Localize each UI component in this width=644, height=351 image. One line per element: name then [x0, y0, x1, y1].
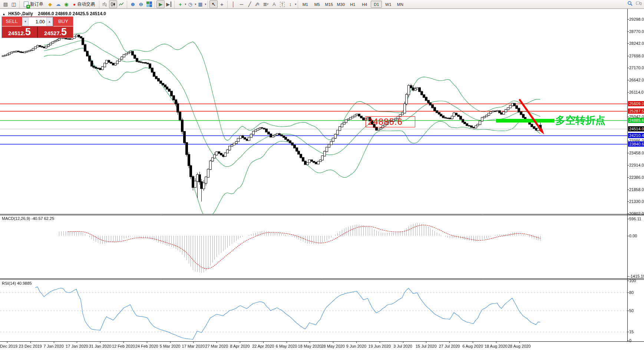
- buy-button[interactable]: BUY: [53, 17, 73, 27]
- zoom-out-icon[interactable]: ⊖: [137, 0, 145, 8]
- text-tool-icon[interactable]: A: [270, 0, 278, 8]
- one-click-trading-panel: SELL ▼ ▲ BUY 24512. 5 24527. 5: [1, 16, 73, 38]
- volume-input[interactable]: [29, 17, 46, 26]
- indicators-icon[interactable]: ＋: [176, 0, 184, 8]
- sell-price-main: 24512.: [8, 30, 25, 36]
- sell-button[interactable]: SELL: [2, 17, 22, 27]
- periods-clock-icon[interactable]: ◷: [186, 0, 194, 8]
- zoom-in-icon[interactable]: ⊕: [129, 0, 137, 8]
- new-order-label: 新订单: [30, 1, 43, 7]
- timeframe-button-h4[interactable]: H4: [359, 1, 370, 8]
- toolbar-separator: [174, 1, 175, 8]
- chat-icon[interactable]: [636, 1, 642, 8]
- templates-dropdown-caret[interactable]: ▾: [205, 3, 206, 6]
- chart-shift-icon[interactable]: ▶: [165, 0, 173, 8]
- templates-icon[interactable]: ▦: [196, 0, 204, 8]
- sell-price-pips: 5: [25, 27, 31, 37]
- timeframe-button-m30[interactable]: M30: [335, 1, 346, 8]
- toolbar-separator: [298, 1, 298, 8]
- fibonacci-tool-icon[interactable]: ≣F: [262, 0, 270, 8]
- buy-price-main: 24527.: [44, 30, 61, 36]
- timeframe-button-m5[interactable]: M5: [311, 1, 323, 8]
- buy-price[interactable]: 24527. 5: [38, 27, 73, 38]
- auto-scroll-icon[interactable]: ▶: [156, 0, 165, 8]
- arrows-tool-icon[interactable]: ↕: [286, 0, 294, 8]
- new-order-button[interactable]: 新订单: [21, 0, 46, 8]
- timeframe-button-w1[interactable]: W1: [383, 1, 394, 8]
- bar-chart-icon[interactable]: [101, 0, 109, 8]
- toolbar-separator: [227, 1, 228, 8]
- metaeditor-icon[interactable]: ◆: [46, 0, 54, 8]
- equidistant-channel-tool-icon[interactable]: ∕∕E: [254, 0, 262, 8]
- volume-decrement-button[interactable]: ▼: [22, 17, 29, 26]
- vertical-line-tool-icon[interactable]: │: [229, 0, 237, 8]
- toolbar-separator: [99, 1, 99, 8]
- timeframe-button-m1[interactable]: M1: [300, 1, 311, 8]
- line-chart-icon[interactable]: [117, 0, 125, 8]
- new-chart-icon[interactable]: ▤: [1, 0, 10, 8]
- toolbar-separator: [19, 1, 20, 8]
- search-icon[interactable]: [627, 1, 633, 8]
- profiles-icon[interactable]: ◫: [10, 0, 18, 8]
- timeframe-button-mn[interactable]: MN: [394, 1, 406, 8]
- sell-price[interactable]: 24512. 5: [2, 27, 38, 38]
- toolbar-separator: [155, 1, 155, 8]
- timeframe-button-m15[interactable]: M15: [323, 1, 334, 8]
- crosshair-tool-icon[interactable]: +: [218, 0, 226, 8]
- horizontal-line-tool-icon[interactable]: ─: [237, 0, 245, 8]
- market-cloud-icon[interactable]: ☁: [54, 0, 62, 8]
- arrows-dropdown-caret[interactable]: ▾: [295, 3, 296, 6]
- auto-trading-stopped-icon: ●: [73, 2, 76, 7]
- timeframe-group: M1M5M15M30H1H4D1W1MN: [300, 1, 406, 8]
- volume-increment-button[interactable]: ▲: [46, 17, 53, 26]
- timeframe-button-d1[interactable]: D1: [371, 1, 382, 8]
- volume-stepper: ▼ ▲: [22, 17, 53, 26]
- trendline-tool-icon[interactable]: ╱: [245, 0, 254, 8]
- new-order-icon: [24, 1, 29, 7]
- auto-trading-button[interactable]: ● 自动交易: [70, 0, 98, 8]
- toolbar: ▤ ◫ 新订单 ◆ ☁ ◉ ● 自动交易 ⊕ ⊖ ▶ ▶ ＋ ▾ ◷ ▾ ▦ ▾…: [0, 0, 644, 9]
- timeframe-button-h1[interactable]: H1: [347, 1, 358, 8]
- cursor-tool-icon[interactable]: ↖: [209, 0, 218, 8]
- tile-windows-icon[interactable]: [145, 0, 153, 8]
- auto-trading-label: 自动交易: [77, 1, 95, 7]
- candlestick-chart-icon[interactable]: [109, 0, 117, 8]
- toolbar-separator: [208, 1, 208, 8]
- signals-icon[interactable]: ◉: [62, 0, 70, 8]
- price-chart-canvas[interactable]: [0, 0, 644, 351]
- text-label-tool-icon[interactable]: T: [278, 0, 286, 8]
- toolbar-separator: [127, 1, 127, 8]
- buy-price-pips: 5: [61, 27, 67, 37]
